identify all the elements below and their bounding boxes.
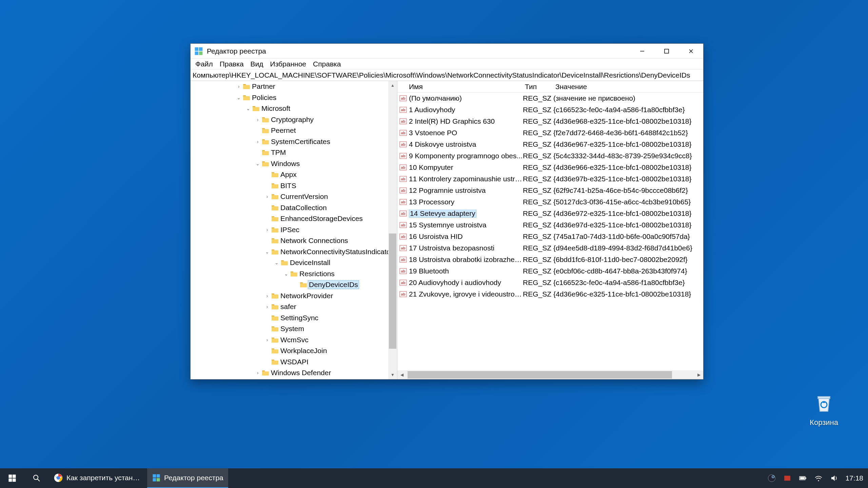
taskbar-chrome[interactable]: Как запретить устано... — [49, 468, 147, 488]
tree-item[interactable]: WorkplaceJoin — [191, 345, 397, 357]
wifi-icon[interactable] — [814, 474, 823, 483]
value-row[interactable]: ab(По умолчанию)REG_SZ(значение не присв… — [397, 93, 703, 104]
col-type[interactable]: Тип — [523, 83, 553, 91]
menu-favorites[interactable]: Избранное — [267, 59, 310, 69]
value-row[interactable]: ab10 KompyuterREG_SZ{4d36e966-e325-11ce-… — [397, 162, 703, 173]
tray-app-icon[interactable] — [783, 474, 792, 483]
scroll-up-icon[interactable]: ▲ — [388, 81, 397, 90]
battery-icon[interactable] — [798, 474, 807, 483]
tree-item[interactable]: ›NetworkProvider — [191, 290, 397, 302]
chevron-right-icon[interactable]: › — [264, 293, 271, 299]
chevron-right-icon[interactable]: › — [254, 139, 261, 144]
scroll-down-icon[interactable]: ▼ — [388, 370, 397, 379]
chevron-right-icon[interactable]: › — [264, 337, 271, 343]
tree-item[interactable]: ›Windows Defender — [191, 367, 397, 379]
value-row[interactable]: ab3 Vstoenoe POREG_SZ{f2e7dd72-6468-4e36… — [397, 127, 703, 139]
tree-item[interactable]: ›WcmSvc — [191, 334, 397, 346]
svg-rect-38 — [272, 239, 278, 243]
svg-rect-109 — [153, 478, 156, 482]
tree-item[interactable]: ⌄DeviceInstall — [191, 257, 397, 268]
value-row[interactable]: ab20 Audiovyhody i audiovhodyREG_SZ{c166… — [397, 277, 703, 288]
minimize-button[interactable] — [630, 44, 654, 59]
tree-item[interactable]: TPM — [191, 147, 397, 158]
col-name[interactable]: Имя — [397, 83, 523, 91]
address-bar[interactable]: Компьютер\HKEY_LOCAL_MACHINE\SOFTWARE\Po… — [191, 69, 703, 81]
menu-view[interactable]: Вид — [247, 59, 267, 69]
tree-item[interactable]: ›IPSec — [191, 224, 397, 236]
search-button[interactable] — [24, 468, 49, 488]
tree-item[interactable]: Network Connections — [191, 235, 397, 246]
chevron-down-icon[interactable]: ⌄ — [254, 161, 261, 166]
tree-vscrollbar[interactable]: ▲ ▼ — [388, 81, 397, 379]
value-row[interactable]: ab2 Intel(R) HD Graphics 630REG_SZ{4d36e… — [397, 116, 703, 127]
tree-item[interactable]: ⌄Resrictions — [191, 268, 397, 280]
tree-item[interactable]: ›safer — [191, 301, 397, 312]
tree-item-label: WSDAPI — [279, 358, 310, 366]
taskbar-clock[interactable]: 17:18 — [845, 474, 863, 482]
scroll-thumb[interactable] — [389, 233, 396, 349]
scroll-left-icon[interactable]: ◀ — [397, 370, 406, 379]
desktop-recycle-bin[interactable]: Корзина — [800, 392, 848, 427]
taskbar-regedit[interactable]: Редактор реестра — [147, 468, 228, 488]
chevron-right-icon[interactable]: › — [235, 84, 242, 89]
menu-file[interactable]: Файл — [192, 59, 216, 69]
value-row[interactable]: ab13 ProcessoryREG_SZ{50127dc3-0f36-415e… — [397, 196, 703, 208]
svg-text:ab: ab — [401, 154, 406, 158]
scroll-thumb[interactable] — [408, 371, 672, 379]
value-row[interactable]: ab15 Systemnye ustroistvaREG_SZ{4d36e97d… — [397, 219, 703, 231]
tree-item[interactable]: DenyDeviceIDs — [191, 279, 397, 290]
close-button[interactable] — [679, 44, 703, 59]
tree-item[interactable]: ⌄NetworkConnectivityStatusIndicator — [191, 246, 397, 258]
start-button[interactable] — [0, 468, 24, 488]
scroll-right-icon[interactable]: ▶ — [694, 370, 703, 379]
menu-edit[interactable]: Правка — [216, 59, 247, 69]
value-row[interactable]: ab4 Diskovye ustroistvaREG_SZ{4d36e967-e… — [397, 139, 703, 150]
tree-item[interactable]: System — [191, 323, 397, 334]
list-header: Имя Тип Значение — [397, 81, 703, 93]
tree-item[interactable]: WSDAPI — [191, 357, 397, 368]
steam-icon[interactable] — [767, 474, 776, 483]
chevron-down-icon[interactable]: ⌄ — [283, 271, 290, 277]
value-row[interactable]: ab14 Setevye adapteryREG_SZ{4d36e972-e32… — [397, 208, 703, 219]
list-hscrollbar[interactable]: ◀ ▶ — [397, 370, 703, 379]
chevron-right-icon[interactable]: › — [264, 194, 271, 199]
folder-icon — [271, 303, 279, 310]
tree-item[interactable]: ⌄Microsoft — [191, 103, 397, 114]
volume-icon[interactable] — [830, 474, 839, 483]
chevron-down-icon[interactable]: ⌄ — [264, 249, 271, 255]
value-row[interactable]: ab1 AudiovyhodyREG_SZ{c166523c-fe0c-4a94… — [397, 104, 703, 116]
tree-item[interactable]: ⌄Windows — [191, 158, 397, 169]
tree-item[interactable]: Peernet — [191, 125, 397, 136]
chevron-right-icon[interactable]: › — [254, 117, 261, 122]
titlebar[interactable]: Редактор реестра — [191, 44, 703, 59]
value-row[interactable]: ab11 Kontrolery zapominaushie ustro...RE… — [397, 173, 703, 185]
col-value[interactable]: Значение — [553, 83, 703, 91]
tree-item[interactable]: ›SystemCertificates — [191, 136, 397, 147]
tree-item[interactable]: ›CurrentVersion — [191, 191, 397, 202]
menu-help[interactable]: Справка — [310, 59, 344, 69]
tree-item[interactable]: EnhancedStorageDevices — [191, 213, 397, 224]
chevron-right-icon[interactable]: › — [264, 227, 271, 232]
chevron-down-icon[interactable]: ⌄ — [273, 260, 280, 265]
chevron-right-icon[interactable]: › — [264, 304, 271, 309]
maximize-button[interactable] — [654, 44, 679, 59]
tree-item[interactable]: Appx — [191, 169, 397, 180]
value-row[interactable]: ab9 Komponenty programnogo obes...REG_SZ… — [397, 150, 703, 162]
svg-rect-60 — [272, 361, 278, 365]
tree-item[interactable]: BITS — [191, 180, 397, 191]
value-row[interactable]: ab21 Zvukovye, igrovye i videoustrois...… — [397, 288, 703, 300]
tree-item-label: DeviceInstall — [289, 259, 331, 267]
tree-item[interactable]: ⌄Policies — [191, 92, 397, 103]
chevron-down-icon[interactable]: ⌄ — [245, 106, 252, 111]
value-row[interactable]: ab17 Ustroistva bezopasnostiREG_SZ{d94ee… — [397, 242, 703, 254]
chevron-down-icon[interactable]: ⌄ — [235, 95, 242, 100]
tree-item[interactable]: SettingSync — [191, 312, 397, 324]
tree-item[interactable]: DataCollection — [191, 202, 397, 214]
value-row[interactable]: ab16 Usroistva HIDREG_SZ{745a17a0-74d3-1… — [397, 231, 703, 242]
tree-item[interactable]: ›Partner — [191, 81, 397, 92]
value-row[interactable]: ab19 BluetoothREG_SZ{e0cbf06c-cd8b-4647-… — [397, 265, 703, 277]
tree-item[interactable]: ›Cryptography — [191, 114, 397, 125]
chevron-right-icon[interactable]: › — [254, 370, 261, 375]
value-row[interactable]: ab18 Ustroistva obrabotki izobrazheniyRE… — [397, 254, 703, 265]
value-row[interactable]: ab12 Pogramnie ustroistvaREG_SZ{62f9c741… — [397, 185, 703, 196]
